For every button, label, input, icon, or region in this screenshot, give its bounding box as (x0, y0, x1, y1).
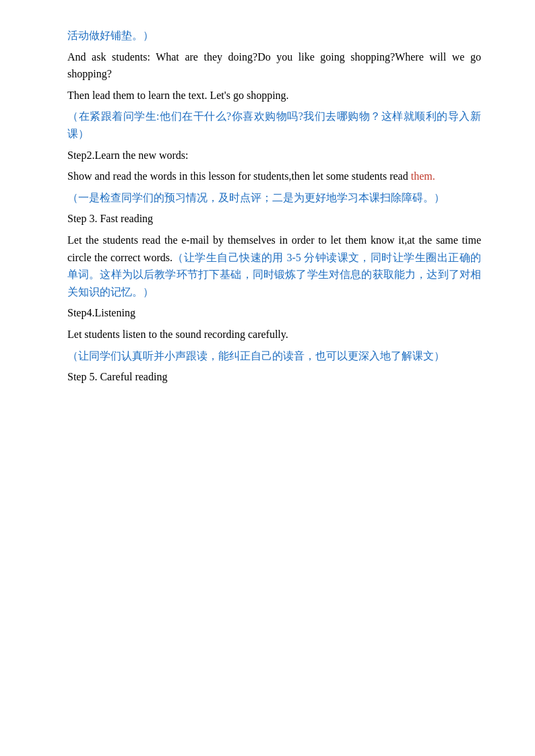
block-en-step2: Step2.Learn the new words: (67, 147, 481, 164)
block-zh-note3: （让同学们认真听并小声跟读，能纠正自己的读音，也可以更深入地了解课文） (67, 347, 481, 365)
block-zh-note2: （一是检查同学们的预习情况，及时点评；二是为更好地学习本课扫除障碍。） (67, 189, 481, 207)
en-text-them-highlight: them. (411, 170, 435, 182)
block-en-lead: Then lead them to learn the text. Let's … (67, 87, 481, 104)
block-zh-note1: （在紧跟着问学生:他们在干什么?你喜欢购物吗?我们去哪购物？这样就顺利的导入新课… (67, 108, 481, 142)
block-en-step5: Step 5. Careful reading (67, 368, 481, 386)
zh-text-3: （一是检查同学们的预习情况，及时点评；二是为更好地学习本课扫除障碍。） (67, 192, 445, 203)
en-text-show-before: Show and read the words in this lesson f… (67, 170, 411, 182)
block-en-show: Show and read the words in this lesson f… (67, 168, 481, 185)
page-content: 活动做好铺垫。） And ask students: What are they… (67, 27, 481, 386)
zh-text-4: （让同学们认真听并小声跟读，能纠正自己的读音，也可以更深入地了解课文） (67, 350, 445, 362)
block-en-step4: Step4.Listening (67, 304, 481, 322)
zh-text-2: （在紧跟着问学生:他们在干什么?你喜欢购物吗?我们去哪购物？这样就顺利的导入新课… (67, 110, 481, 139)
block-en-zh-mixed: Let the students read the e-mail by them… (67, 232, 481, 300)
block-en-listen: Let students listen to the sound recordi… (67, 326, 481, 343)
block-en-step3: Step 3. Fast reading (67, 210, 481, 228)
block-en-ask: And ask students: What are they doing?Do… (67, 48, 481, 83)
block-zh-intro: 活动做好铺垫。） (67, 27, 481, 44)
zh-text-1: 活动做好铺垫。） (67, 30, 154, 41)
